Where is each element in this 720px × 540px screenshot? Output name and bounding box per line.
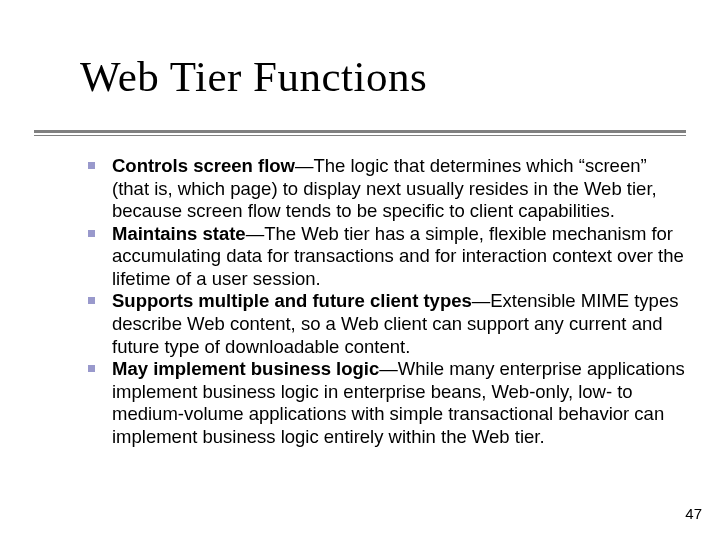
rule-thick <box>34 130 686 133</box>
slide-title: Web Tier Functions <box>80 52 427 101</box>
page-number: 47 <box>685 505 702 522</box>
square-bullet-icon <box>88 162 95 169</box>
list-item: Supports multiple and future client type… <box>112 290 688 358</box>
bullet-list: Controls screen flow—The logic that dete… <box>112 155 688 448</box>
rule-thin <box>34 135 686 136</box>
square-bullet-icon <box>88 365 95 372</box>
square-bullet-icon <box>88 230 95 237</box>
list-item: Maintains state—The Web tier has a simpl… <box>112 223 688 291</box>
list-item: May implement business logic—While many … <box>112 358 688 448</box>
list-item-lead: May implement business logic <box>112 358 379 379</box>
list-item-lead: Maintains state <box>112 223 246 244</box>
title-underline <box>34 130 686 136</box>
list-item: Controls screen flow—The logic that dete… <box>112 155 688 223</box>
slide: Web Tier Functions Controls screen flow—… <box>0 0 720 540</box>
list-item-lead: Supports multiple and future client type… <box>112 290 472 311</box>
list-item-lead: Controls screen flow <box>112 155 295 176</box>
square-bullet-icon <box>88 297 95 304</box>
